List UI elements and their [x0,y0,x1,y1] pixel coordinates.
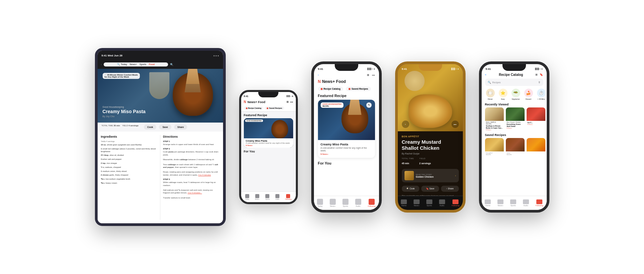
recipe-actions: 🍳 Cook 🔖 Save ↑ Share [402,186,459,192]
read-story-button[interactable]: READ THE STORY Golden Chicken › [402,169,459,182]
ingredient-1: 10 oz. whole-grain spaghetti (we used Ba… [101,144,158,146]
recently-viewed-title: Recently Viewed [482,101,547,107]
cook-action-btn[interactable]: 🍳 Cook [402,186,420,192]
recent-card-1[interactable]: REAL SIMPLE RECIPE Scallops in Brown But… [485,107,504,131]
today-nav-icon [317,199,323,205]
save-button[interactable]: Save [159,125,171,130]
nav-following[interactable]: Following [285,194,291,200]
phone-large1-device: 9:41 ▐▐▐ ⌾ ▮ ‹ ⊞ ••• N News+ Food [311,61,382,213]
pr-back-button[interactable]: ‹ [402,121,409,128]
saved-card-2[interactable]: delish RECIPE [506,138,525,156]
sports-nav-icon [426,199,432,204]
battery-icon: ▮ [541,68,543,70]
card-recipe-desc: A cold-weather comfort meal for any nigh… [321,147,372,152]
recipe-catalog-tab[interactable]: Recipe Catalog [244,106,264,110]
filter-30mins[interactable]: ⏱️ < 30 Mins [536,89,547,100]
tablet-time: 9:41 Wed Jun 28 [102,54,123,57]
pc-nav-home[interactable]: Home [485,199,491,207]
featured-card[interactable]: GOOD HOUSEKEEPING Creamy Miso Pasta A co… [244,118,293,148]
ingredient-4: Kosher salt and pepper [101,158,158,161]
back-icon[interactable]: ‹ [101,63,102,66]
saved-recipes-tab[interactable]: Saved Recipes [346,87,371,91]
more-icon[interactable]: ••• [290,100,293,103]
cook-button[interactable]: Cook [144,125,157,130]
pr-nav-following[interactable]: Following [451,199,459,207]
small-phone-icons: ▐▐▐ ⌾ ▮ [286,95,293,97]
share-action-btn[interactable]: ↑ Share [441,186,459,192]
saved-card-3[interactable] [527,138,545,156]
filter-dessert[interactable]: 🍰 Dessert [523,89,534,100]
tablet-status-bar: 9:41 Wed Jun 28 ● ● ● [98,51,223,60]
pr-nav-sports[interactable]: Sports [426,199,432,207]
recipe-source: Good Housekeeping [103,106,146,108]
pc-nav-sports[interactable]: Sports [510,199,516,207]
microphone-icon[interactable]: 🎙 [538,81,541,84]
directions-title: Directions [163,135,220,138]
saved-recipes-tab[interactable]: Saved Recipes [265,106,284,110]
pc-back-button[interactable]: < [485,73,487,76]
nav-today[interactable]: Today [245,194,249,200]
pl-nav-newsplus[interactable]: News+ [330,199,336,207]
more-icon[interactable]: ••• [372,74,375,77]
step-2: STEP 2 Cook pasta per package directions… [163,148,220,156]
pc-nav-newsplus[interactable]: News+ [497,199,503,207]
ingredient-3: 3½ tbsp. olive oil, divided [101,154,158,157]
pl-tabs: Recipe Catalog Saved Recipes [314,87,379,91]
tablet-device: 9:41 Wed Jun 28 ● ● ● ‹ 🔍 Today News+ Sp… [95,48,226,226]
search-icon[interactable]: 🔍 [170,63,173,66]
audio-nav-icon [439,199,445,204]
saved-card-1[interactable]: EatingWell RECIPE [485,138,504,156]
recent-card-1-info: REAL SIMPLE RECIPE Scallops in Brown But… [485,121,504,131]
pl-status-icons: ▐▐▐ ⌾ ▮ [367,68,375,70]
time-link: 3 to 4 minutes [198,174,211,176]
audio-label: Audio [275,198,279,200]
tablet-actions: TOTAL TIME 35 min YIELD 4 servings Cook … [98,123,223,132]
filter-dinner[interactable]: 🍽️ Dinner [485,89,496,100]
grid-icon[interactable]: ⊞ [367,74,369,77]
nav-audio[interactable]: Audio [275,194,279,200]
filter-easy[interactable]: ⭐ Easy [498,89,508,100]
recipe-catalog-tab[interactable]: Recipe Catalog [318,87,343,91]
pr-nav-newsplus[interactable]: News+ [414,199,420,207]
pl-nav-audio[interactable]: Audio [355,199,361,207]
following-icon [286,194,290,198]
featured-card-info: Creamy Miso Pasta A cold-weather comfort… [318,140,375,158]
recipe-author: By Joy Cho [103,115,146,118]
bookmark-icon[interactable]: 🔖 [540,73,543,76]
search-bar[interactable]: 🔍 Today News+ Sports Food [104,62,168,66]
audio-icon [275,194,279,198]
newsplus-nav-icon [330,199,336,205]
saved-card-1-img [485,138,504,151]
edit-button[interactable]: ✎ [366,102,372,108]
pl-nav-today[interactable]: Today [317,199,323,207]
phone-catalog-notch [502,64,526,71]
nav-sports[interactable]: Sports [265,194,270,200]
pl-nav-sports[interactable]: Sports [342,199,348,207]
vegetarian-icon: 🥗 [512,89,520,97]
pc-nav-following[interactable]: Following [535,199,543,207]
easy-icon: ⭐ [499,89,507,97]
catalog-dot [246,107,248,109]
pl-nav-following[interactable]: Following [368,199,375,207]
recipe-search-bar[interactable]: 🔍 Recipes 🎙 [485,79,543,86]
pc-nav-audio[interactable]: Audio [523,199,529,207]
home-nav-icon [401,199,407,204]
phone-small-header: N News+ Food ⊞ ••• [241,99,296,105]
nav-news-plus[interactable]: News+ [255,194,260,200]
share-button[interactable]: Share [174,125,187,130]
featured-recipe-card[interactable]: GOOD HOUSEKEEPING RECIPE ✎ Creamy Miso P… [318,100,375,158]
pr-more-button[interactable]: ••• [451,121,459,128]
newsplus-nav-label: News+ [330,205,336,207]
pl-nav-icons: ⊞ ••• [367,74,375,77]
recent-card-3[interactable]: Ice C... N News+ [527,107,545,131]
pr-nav-home[interactable]: Home [401,199,407,207]
pr-nav-audio[interactable]: Audio [439,199,445,207]
serving-note: Yields 4 servings [101,140,158,142]
share-icon[interactable]: ⊞ [535,73,538,76]
filter-vegetarian[interactable]: 🥗 Vegetarian [511,89,521,100]
save-action-btn[interactable]: 🔖 Save [421,186,439,192]
grid-icon[interactable]: ⊞ [286,100,289,103]
saved-card-1-info: EatingWell RECIPE [485,151,504,156]
pl-back-button[interactable]: ‹ [318,74,319,77]
recent-card-2[interactable]: Bon Vivant / Gimbo Everything Green Herb… [506,107,525,131]
